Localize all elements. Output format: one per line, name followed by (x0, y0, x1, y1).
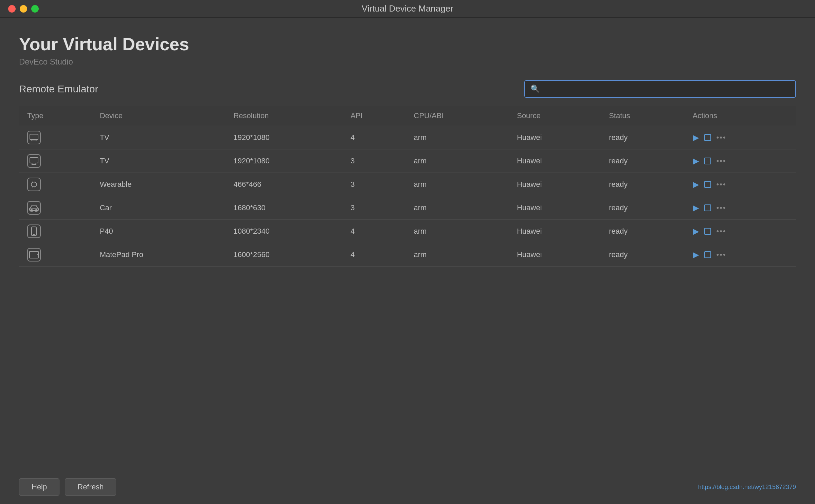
cell-actions: ▶ ••• (685, 126, 796, 149)
table-row: Car 1680*630 3 arm Huawei ready ▶ ••• (19, 196, 796, 220)
search-icon: 🔍 (530, 85, 540, 93)
play-button[interactable]: ▶ (693, 227, 699, 236)
stop-button[interactable] (704, 251, 711, 258)
more-button[interactable]: ••• (717, 203, 726, 212)
actions-group: ▶ ••• (693, 203, 788, 213)
stop-button[interactable] (704, 134, 711, 141)
cell-status: ready (601, 173, 684, 196)
cell-type (19, 126, 92, 149)
table-row: P40 1080*2340 4 arm Huawei ready ▶ ••• (19, 220, 796, 243)
table-body: TV 1920*1080 4 arm Huawei ready ▶ ••• (19, 126, 796, 267)
cell-cpu: arm (406, 243, 509, 267)
more-button[interactable]: ••• (717, 180, 726, 189)
cell-source: Huawei (509, 149, 601, 173)
footer-buttons: Help Refresh (19, 478, 116, 496)
help-button[interactable]: Help (19, 478, 59, 496)
cell-api: 3 (342, 149, 405, 173)
cell-type (19, 220, 92, 243)
cell-type (19, 196, 92, 220)
page-title: Your Virtual Devices (19, 34, 796, 54)
cell-resolution: 1920*1080 (225, 126, 342, 149)
cell-source: Huawei (509, 243, 601, 267)
cell-api: 4 (342, 220, 405, 243)
cell-resolution: 1920*1080 (225, 149, 342, 173)
cell-type (19, 173, 92, 196)
stop-button[interactable] (704, 181, 711, 188)
cell-status: ready (601, 243, 684, 267)
col-resolution: Resolution (225, 106, 342, 126)
footer-link[interactable]: https://blog.csdn.net/wy1215672379 (698, 484, 796, 491)
col-status: Status (601, 106, 684, 126)
refresh-button[interactable]: Refresh (65, 478, 116, 496)
more-button[interactable]: ••• (717, 157, 726, 165)
table-row: TV 1920*1080 4 arm Huawei ready ▶ ••• (19, 126, 796, 149)
actions-group: ▶ ••• (693, 156, 788, 166)
col-device: Device (92, 106, 225, 126)
search-box[interactable]: 🔍 (524, 80, 796, 98)
cell-device: Wearable (92, 173, 225, 196)
cell-cpu: arm (406, 196, 509, 220)
cell-status: ready (601, 149, 684, 173)
col-actions: Actions (685, 106, 796, 126)
more-button[interactable]: ••• (717, 250, 726, 259)
cell-cpu: arm (406, 126, 509, 149)
cell-cpu: arm (406, 149, 509, 173)
play-button[interactable]: ▶ (693, 203, 699, 213)
svg-rect-0 (30, 134, 38, 140)
table-header: Type Device Resolution API CPU/ABI Sourc… (19, 106, 796, 126)
stop-button[interactable] (704, 158, 711, 164)
cell-source: Huawei (509, 220, 601, 243)
play-button[interactable]: ▶ (693, 133, 699, 142)
cell-api: 3 (342, 196, 405, 220)
cell-resolution: 1680*630 (225, 196, 342, 220)
table-row: Wearable 466*466 3 arm Huawei ready ▶ ••… (19, 173, 796, 196)
section-title: Remote Emulator (19, 83, 98, 95)
close-button[interactable] (8, 5, 16, 13)
cell-device: Car (92, 196, 225, 220)
actions-group: ▶ ••• (693, 133, 788, 142)
play-button[interactable]: ▶ (693, 156, 699, 166)
cell-actions: ▶ ••• (685, 220, 796, 243)
cell-api: 4 (342, 243, 405, 267)
cell-actions: ▶ ••• (685, 196, 796, 220)
cell-type (19, 149, 92, 173)
svg-rect-8 (31, 182, 37, 187)
more-button[interactable]: ••• (717, 133, 726, 142)
maximize-button[interactable] (31, 5, 39, 13)
cell-device: P40 (92, 220, 225, 243)
table-row: MatePad Pro 1600*2560 4 arm Huawei ready… (19, 243, 796, 267)
actions-group: ▶ ••• (693, 180, 788, 189)
stop-button[interactable] (704, 228, 711, 235)
cell-actions: ▶ ••• (685, 149, 796, 173)
minimize-button[interactable] (20, 5, 27, 13)
cell-status: ready (601, 220, 684, 243)
device-icon-tablet (27, 248, 41, 262)
cell-resolution: 1080*2340 (225, 220, 342, 243)
cell-device: TV (92, 126, 225, 149)
cell-device: TV (92, 149, 225, 173)
actions-group: ▶ ••• (693, 227, 788, 236)
search-input[interactable] (543, 85, 790, 93)
actions-group: ▶ ••• (693, 250, 788, 259)
cell-status: ready (601, 126, 684, 149)
cell-source: Huawei (509, 126, 601, 149)
play-button[interactable]: ▶ (693, 180, 699, 189)
cell-source: Huawei (509, 173, 601, 196)
stop-button[interactable] (704, 204, 711, 211)
cell-type (19, 243, 92, 267)
device-icon-tv (27, 131, 41, 144)
cell-status: ready (601, 196, 684, 220)
col-source: Source (509, 106, 601, 126)
cell-actions: ▶ ••• (685, 173, 796, 196)
window-title: Virtual Device Manager (362, 3, 453, 14)
section-header: Remote Emulator 🔍 (19, 80, 796, 98)
col-api: API (342, 106, 405, 126)
cell-cpu: arm (406, 173, 509, 196)
page-subtitle: DevEco Studio (19, 57, 796, 67)
play-button[interactable]: ▶ (693, 250, 699, 259)
table-row: TV 1920*1080 3 arm Huawei ready ▶ ••• (19, 149, 796, 173)
title-bar: Virtual Device Manager (0, 0, 815, 18)
more-button[interactable]: ••• (717, 227, 726, 236)
footer: Help Refresh https://blog.csdn.net/wy121… (0, 470, 815, 504)
cell-resolution: 466*466 (225, 173, 342, 196)
